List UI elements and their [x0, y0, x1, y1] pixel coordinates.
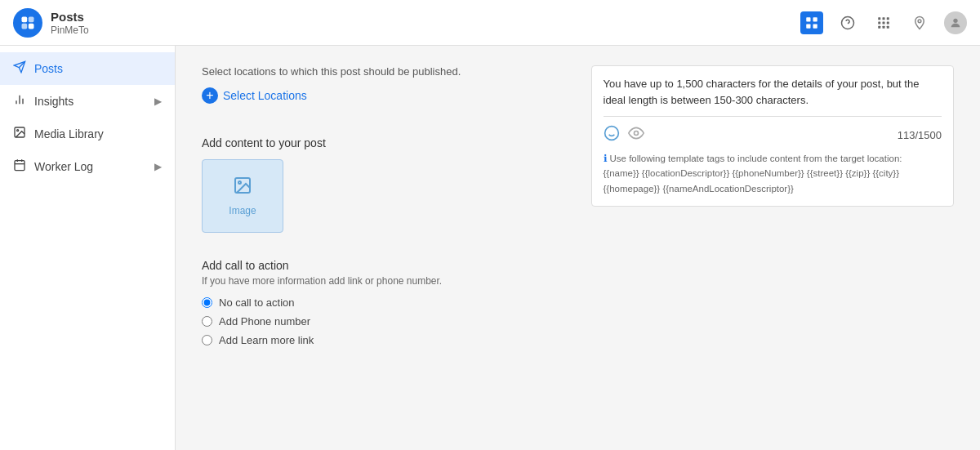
location-pin-icon[interactable] [908, 11, 931, 34]
sidebar-item-worker-log-label: Worker Log [34, 160, 93, 173]
worker-log-chevron-icon: ▶ [154, 161, 162, 172]
image-upload-icon [233, 176, 252, 200]
char-info-text: You have up to 1,500 characters for the … [604, 76, 942, 117]
content-grid: Select locations to which this post shou… [202, 65, 954, 353]
plus-icon: + [202, 87, 218, 104]
cta-title: Add call to action [202, 259, 565, 272]
cta-learn-more-label: Add Learn more link [219, 334, 314, 346]
add-content-title: Add content to your post [202, 136, 565, 149]
svg-rect-4 [806, 17, 810, 21]
svg-rect-18 [887, 25, 889, 28]
sidebar-item-media-library-label: Media Library [34, 127, 104, 140]
cta-phone-radio[interactable] [202, 316, 212, 327]
header-right [800, 11, 967, 34]
image-upload-box[interactable]: Image [202, 159, 283, 233]
smiley-icon[interactable] [604, 125, 620, 145]
layout: Posts Insights ▶ Media Library [0, 46, 980, 450]
cta-learn-more-radio[interactable] [202, 335, 212, 345]
cta-phone-label: Add Phone number [219, 315, 310, 327]
char-count: 113/1500 [898, 129, 942, 141]
svg-rect-5 [813, 17, 817, 21]
svg-rect-6 [806, 24, 810, 28]
grid-icon[interactable] [872, 11, 895, 34]
posts-nav-icon [13, 60, 26, 77]
svg-point-37 [634, 131, 638, 136]
template-hint: ℹUse following template tags to include … [604, 151, 942, 196]
help-icon[interactable] [836, 11, 859, 34]
svg-rect-28 [15, 161, 24, 171]
header-left: Posts PinMeTo [13, 8, 89, 38]
insights-nav-icon [13, 93, 26, 109]
svg-point-33 [238, 181, 241, 184]
svg-rect-14 [883, 21, 885, 24]
cta-section: Add call to action If you have more info… [202, 259, 565, 346]
sidebar-item-media-library[interactable]: Media Library [0, 118, 175, 150]
sidebar-item-insights-label: Insights [34, 95, 74, 108]
right-column: You have up to 1,500 characters for the … [591, 65, 955, 353]
char-info-box: You have up to 1,500 characters for the … [591, 65, 955, 207]
add-content-section: Add content to your post Image [202, 136, 565, 233]
worker-log-nav-icon [13, 158, 26, 175]
sidebar-item-insights[interactable]: Insights ▶ [0, 85, 175, 118]
cta-no-cta-option[interactable]: No call to action [202, 296, 565, 309]
svg-rect-16 [878, 25, 880, 28]
brand-name: Posts [51, 10, 89, 25]
select-locations-label: Select Locations [223, 89, 307, 102]
svg-rect-12 [887, 17, 889, 20]
image-upload-label: Image [229, 205, 256, 216]
cta-learn-more-option[interactable]: Add Learn more link [202, 334, 565, 346]
svg-rect-11 [883, 17, 885, 20]
sidebar: Posts Insights ▶ Media Library [0, 46, 176, 450]
select-locations-button[interactable]: + Select Locations [202, 87, 307, 104]
sidebar-item-posts-label: Posts [34, 62, 63, 75]
svg-point-34 [604, 127, 618, 140]
eye-icon[interactable] [628, 125, 644, 145]
svg-rect-2 [22, 23, 28, 29]
left-column: Select locations to which this post shou… [202, 65, 565, 353]
svg-rect-13 [878, 21, 880, 24]
svg-rect-15 [887, 21, 889, 24]
svg-rect-3 [29, 23, 34, 29]
insights-chevron-icon: ▶ [154, 96, 162, 107]
svg-rect-1 [29, 16, 34, 22]
cta-no-cta-label: No call to action [219, 296, 295, 309]
posts-icon[interactable] [800, 11, 823, 34]
char-toolbar-icons [604, 125, 644, 145]
svg-rect-17 [883, 25, 885, 28]
svg-point-27 [17, 130, 19, 131]
svg-rect-10 [878, 17, 880, 20]
svg-point-20 [953, 18, 957, 22]
svg-rect-7 [813, 24, 817, 28]
char-toolbar: 113/1500 [604, 125, 942, 145]
cta-subtitle: If you have more information add link or… [202, 275, 565, 287]
logo-icon [13, 8, 42, 38]
info-icon: ℹ [604, 154, 608, 163]
select-locations-hint: Select locations to which this post shou… [202, 65, 565, 78]
user-avatar[interactable] [944, 11, 967, 34]
svg-point-19 [918, 19, 921, 22]
sidebar-item-posts[interactable]: Posts [0, 52, 175, 85]
cta-no-cta-radio[interactable] [202, 297, 212, 308]
header: Posts PinMeTo [0, 0, 980, 46]
cta-phone-option[interactable]: Add Phone number [202, 315, 565, 327]
brand-info: Posts PinMeTo [51, 10, 89, 36]
svg-rect-0 [22, 16, 28, 22]
media-library-nav-icon [13, 126, 26, 142]
sidebar-item-worker-log[interactable]: Worker Log ▶ [0, 150, 175, 183]
brand-sub: PinMeTo [51, 25, 89, 36]
main-content: Select locations to which this post shou… [176, 46, 980, 450]
